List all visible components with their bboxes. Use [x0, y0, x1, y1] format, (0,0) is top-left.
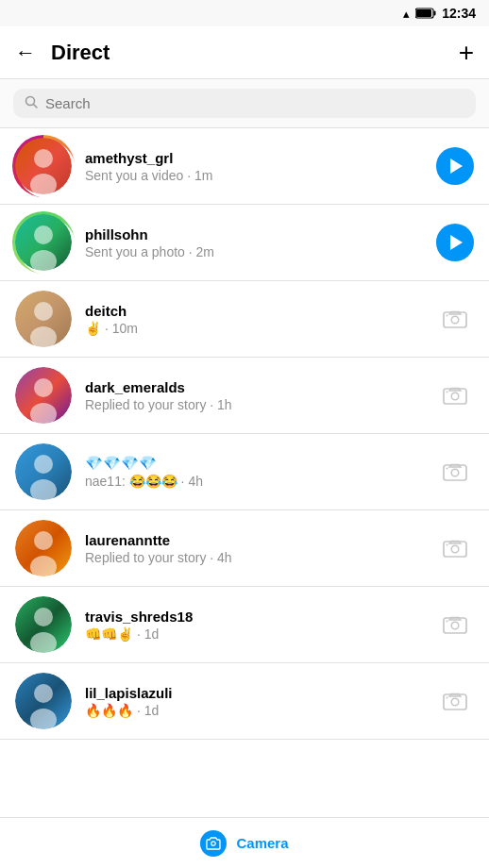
list-item[interactable]: 💎💎💎💎nae11: 😂😂😂 · 4h — [0, 434, 489, 509]
search-icon — [25, 95, 38, 111]
search-input[interactable] — [45, 95, 464, 111]
action-icon[interactable] — [436, 224, 474, 261]
message-info: deitch✌ · 10m — [85, 303, 423, 336]
message-username: 💎💎💎💎 — [85, 455, 423, 472]
camera-label: Camera — [236, 835, 288, 851]
message-username: lil_lapislazuli — [85, 685, 423, 701]
avatar — [15, 367, 72, 424]
camera-icon — [442, 613, 468, 636]
message-info: lil_lapislazuli🔥🔥🔥 · 1d — [85, 685, 423, 718]
avatar — [15, 520, 72, 576]
avatar — [15, 673, 72, 729]
search-wrap — [13, 89, 476, 118]
message-info: phillsohnSent you a photo · 2m — [85, 226, 423, 259]
avatar — [15, 596, 72, 653]
message-preview: Replied to your story · 4h — [85, 550, 423, 565]
list-item[interactable]: phillsohnSent you a photo · 2m — [0, 205, 489, 280]
message-preview: Sent you a photo · 2m — [85, 244, 423, 259]
avatar — [15, 291, 72, 347]
svg-point-16 — [447, 544, 448, 546]
avatar-canvas — [15, 596, 72, 653]
camera-icon — [442, 690, 468, 712]
message-username: travis_shreds18 — [85, 609, 423, 625]
battery-icon — [415, 8, 436, 19]
camera-icon — [442, 384, 468, 407]
play-button[interactable] — [436, 224, 474, 261]
svg-point-12 — [451, 469, 459, 476]
divider — [0, 739, 489, 740]
list-item[interactable]: laurenanntteReplied to your story · 4h — [0, 510, 489, 586]
list-item[interactable]: dark_emeraldsReplied to your story · 1h — [0, 358, 489, 433]
svg-point-7 — [447, 315, 448, 317]
action-icon — [436, 529, 474, 567]
avatar — [15, 214, 72, 271]
action-icon[interactable] — [436, 147, 474, 185]
list-item[interactable]: amethyst_grlSent you a video · 1m — [0, 128, 489, 204]
svg-point-22 — [447, 697, 448, 699]
avatar-canvas — [15, 214, 72, 271]
message-username: deitch — [85, 303, 423, 319]
message-username: laurenanntte — [85, 532, 423, 548]
avatar — [15, 443, 72, 500]
add-button[interactable]: + — [459, 38, 474, 68]
svg-point-6 — [451, 316, 459, 324]
page-title: Direct — [51, 41, 110, 65]
svg-rect-1 — [434, 11, 436, 16]
header-left: ← Direct — [15, 41, 110, 65]
message-info: dark_emeraldsReplied to your story · 1h — [85, 379, 423, 412]
list-item[interactable]: lil_lapislazuli🔥🔥🔥 · 1d — [0, 663, 489, 739]
back-button[interactable]: ← — [15, 41, 36, 65]
message-preview: 👊👊✌ · 1d — [85, 626, 423, 642]
svg-line-4 — [34, 105, 38, 108]
search-bar — [0, 79, 489, 127]
status-bar: ▴ 12:34 — [0, 0, 489, 26]
list-item[interactable]: deitch✌ · 10m — [0, 281, 489, 357]
message-username: phillsohn — [85, 226, 423, 242]
camera-icon — [442, 308, 468, 330]
svg-point-10 — [447, 392, 448, 393]
action-icon — [436, 376, 474, 414]
avatar-canvas — [15, 673, 72, 729]
avatar-canvas — [15, 291, 72, 347]
action-icon — [436, 453, 474, 491]
message-preview: nae11: 😂😂😂 · 4h — [85, 474, 423, 489]
message-preview: 🔥🔥🔥 · 1d — [85, 703, 423, 718]
camera-icon — [442, 537, 468, 559]
svg-point-23 — [211, 841, 215, 844]
message-username: amethyst_grl — [85, 150, 423, 166]
avatar-canvas — [15, 367, 72, 424]
message-username: dark_emeralds — [85, 379, 423, 395]
avatar-canvas — [15, 138, 72, 194]
camera-icon — [442, 460, 468, 483]
message-info: 💎💎💎💎nae11: 😂😂😂 · 4h — [85, 455, 423, 489]
avatar-canvas — [15, 520, 72, 576]
svg-point-21 — [451, 698, 459, 706]
message-list: amethyst_grlSent you a video · 1mphillso… — [0, 128, 489, 817]
bottom-bar[interactable]: Camera — [0, 817, 489, 868]
camera-bottom-icon — [200, 830, 227, 857]
svg-point-15 — [451, 545, 459, 553]
signal-icon: ▴ — [403, 7, 410, 21]
avatar — [15, 138, 72, 194]
list-item[interactable]: travis_shreds18👊👊✌ · 1d — [0, 587, 489, 662]
svg-point-19 — [447, 621, 448, 623]
status-time: 12:34 — [442, 6, 476, 21]
message-info: laurenanntteReplied to your story · 4h — [85, 532, 423, 565]
message-preview: ✌ · 10m — [85, 321, 423, 336]
avatar-canvas — [15, 443, 72, 500]
play-button[interactable] — [436, 147, 474, 185]
header: ← Direct + — [0, 26, 489, 79]
svg-point-9 — [451, 392, 459, 400]
action-icon — [436, 606, 474, 643]
message-info: travis_shreds18👊👊✌ · 1d — [85, 609, 423, 642]
svg-rect-2 — [416, 9, 431, 17]
svg-point-13 — [447, 468, 448, 470]
message-info: amethyst_grlSent you a video · 1m — [85, 150, 423, 183]
svg-point-18 — [451, 622, 459, 629]
action-icon — [436, 300, 474, 338]
action-icon — [436, 682, 474, 720]
message-preview: Replied to your story · 1h — [85, 397, 423, 412]
message-preview: Sent you a video · 1m — [85, 168, 423, 183]
